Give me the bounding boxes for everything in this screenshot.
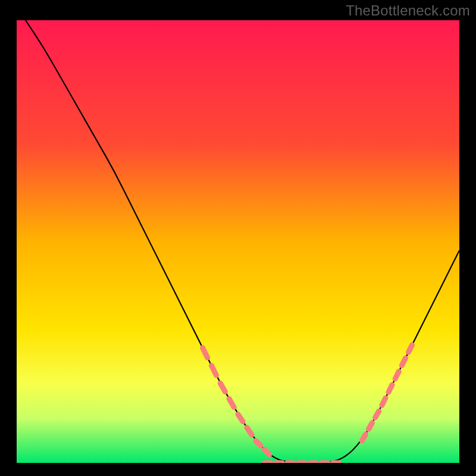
svg-line-19 [389,385,392,392]
gradient-background [17,20,459,463]
svg-line-6 [256,441,261,446]
svg-line-21 [402,358,405,365]
svg-line-17 [375,411,379,418]
svg-line-16 [368,423,372,430]
chart-stage: TheBottleneck.com [0,0,476,476]
svg-line-15 [362,434,365,441]
svg-line-22 [408,345,412,352]
watermark-text: TheBottleneck.com [346,2,470,19]
svg-line-7 [265,450,270,455]
plot-svg [17,20,459,463]
svg-line-20 [395,371,399,378]
svg-line-18 [382,398,386,405]
plot-area [17,20,459,463]
